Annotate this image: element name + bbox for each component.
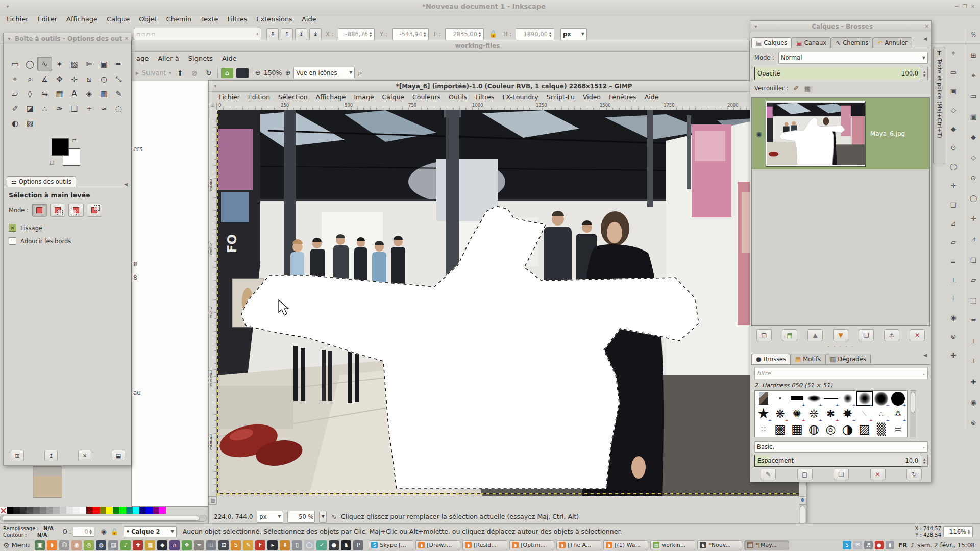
layer-mode-combo[interactable]: Normal▼ — [778, 52, 928, 64]
app-calculator[interactable]: ⊞ — [218, 540, 229, 550]
tool-options-tab[interactable]: ⚍ Options des outils — [7, 176, 76, 187]
tool-gradient[interactable]: ▥ — [96, 86, 111, 101]
collapse-icon[interactable]: ◀ — [923, 353, 927, 358]
app-files[interactable]: ▤ — [108, 540, 118, 550]
palette-color[interactable] — [60, 507, 66, 514]
snap-button[interactable]: ✚ — [967, 375, 979, 388]
brush-strokes[interactable] — [890, 421, 906, 437]
palette-color[interactable] — [119, 507, 126, 514]
menu-item[interactable]: Objet — [134, 14, 161, 24]
close-icon[interactable]: ✕ — [122, 36, 131, 41]
brush-hardness-025[interactable] — [839, 391, 856, 406]
app-filezilla[interactable]: F — [255, 540, 265, 550]
collapse-icon[interactable]: ◀ — [923, 36, 927, 41]
home-icon[interactable]: ⌂ — [221, 68, 233, 78]
tab-annuler[interactable]: ↶ Annuler — [873, 37, 912, 48]
app-package[interactable]: ⬇ — [280, 540, 290, 550]
tool-foreground-select[interactable]: ▣ — [96, 57, 111, 71]
brush-scatter[interactable] — [890, 406, 906, 421]
tool-ellipse-select[interactable]: ◯ — [22, 57, 37, 71]
lower-button[interactable]: ↧ — [295, 28, 307, 40]
screen-icon[interactable] — [236, 68, 249, 78]
tool-cage-transform[interactable]: ▦ — [52, 86, 67, 101]
tool-free-select[interactable]: ∿ — [37, 57, 52, 71]
brush-hardness-100[interactable] — [890, 391, 906, 406]
anchor-layer-button[interactable]: ⚓ — [884, 329, 899, 341]
snap-button[interactable]: ◆ — [967, 131, 979, 143]
brush-rough-1[interactable] — [805, 421, 822, 437]
tab-close-button[interactable]: ✕ — [78, 450, 91, 461]
file-label[interactable]: au — [133, 389, 141, 396]
edit-brush-button[interactable]: ✎ — [761, 469, 776, 480]
foreground-color-swatch[interactable] — [52, 138, 69, 156]
tool-eraser[interactable]: ◪ — [22, 101, 37, 116]
dialog-icon-button[interactable]: ◉ — [947, 311, 960, 323]
spacing-slider[interactable]: Espacement 10,0 — [754, 455, 921, 467]
tool-heal[interactable]: ＋ — [82, 101, 96, 116]
tab-chemins[interactable]: ∿ Chemins — [831, 37, 873, 48]
brush-group-combo[interactable]: Basic,⌄ — [754, 441, 928, 453]
menu-item[interactable]: Texte — [196, 14, 223, 24]
menu-icon[interactable]: ⚙ — [3, 541, 10, 549]
palette-scrollbar[interactable] — [0, 515, 207, 522]
dialog-icon-button[interactable]: ⊥ — [947, 273, 960, 286]
tool-crop[interactable]: ⧅ — [82, 71, 96, 86]
app-p[interactable]: P — [353, 540, 363, 550]
duplicate-brush-button[interactable]: ❏ — [834, 469, 849, 480]
window-menu-icon[interactable]: ▾ — [750, 23, 762, 29]
collapse-icon[interactable]: ◀ — [124, 182, 128, 187]
snap-button[interactable]: ✛ — [967, 212, 979, 224]
task-firefox-2[interactable]: ◗ [Résid... — [462, 540, 507, 550]
tool-pencil[interactable]: ✎ — [111, 86, 126, 101]
palette-color[interactable] — [113, 507, 119, 514]
new-layer-button[interactable]: ▢ — [756, 329, 772, 341]
mode-add-button[interactable] — [50, 204, 65, 217]
menu-item[interactable]: Chemin — [161, 14, 196, 24]
view-mode-combo[interactable]: Vue en icônes▼ — [293, 67, 355, 79]
stroke-value[interactable]: N/A — [37, 532, 47, 538]
minimize-button[interactable]: ─ — [952, 4, 961, 9]
menu-item[interactable]: FX-Foundry — [498, 92, 542, 102]
brush-cells-2[interactable] — [789, 421, 805, 437]
tool-move[interactable]: ✥ — [52, 71, 67, 86]
mode-subtract-button[interactable] — [68, 204, 84, 217]
brush-pixel[interactable] — [772, 391, 789, 406]
close-icon[interactable]: ✕ — [923, 23, 931, 29]
dialog-icon-button[interactable]: ✛ — [947, 179, 960, 191]
app-tools[interactable]: ✚ — [133, 540, 143, 550]
app-world[interactable]: ◍ — [96, 540, 106, 550]
palette-color[interactable] — [40, 507, 46, 514]
palette-color[interactable] — [66, 507, 73, 514]
menu-item[interactable]: Calque — [102, 14, 134, 24]
opacity-slider[interactable]: Opacité 100,0 — [754, 67, 921, 80]
app-clock[interactable]: ✓ — [316, 540, 327, 550]
tool-scissors-select[interactable]: ✄ — [82, 57, 96, 71]
tool-flip[interactable]: ⇋ — [37, 86, 52, 101]
new-brush-button[interactable]: ▢ — [797, 469, 813, 480]
menu-item[interactable]: Filtres — [471, 92, 498, 102]
menu-item[interactable]: Affichage — [62, 14, 102, 24]
tab-canaux[interactable]: ▤ Canaux — [792, 37, 831, 48]
back-button[interactable]: Suivant — [142, 69, 166, 77]
app-unity[interactable]: ◆ — [157, 540, 167, 550]
app-drive[interactable]: ▯ — [292, 540, 302, 550]
palette-color[interactable] — [33, 507, 40, 514]
app-ghost[interactable]: ☺ — [59, 540, 69, 550]
layer-thumbnail[interactable] — [766, 101, 865, 166]
tab-raise-button[interactable]: ↥ — [44, 450, 58, 461]
fill-value[interactable]: N/A — [43, 525, 54, 531]
snap-button[interactable]: ⊞ — [967, 49, 979, 61]
file-label[interactable]: 8 — [133, 274, 137, 281]
lower-to-bottom-button[interactable]: ↡ — [309, 28, 322, 40]
mode-intersect-button[interactable] — [87, 204, 102, 217]
snap-button[interactable]: ◇ — [967, 151, 979, 163]
tool-zoom[interactable]: ⌕ — [22, 71, 37, 86]
menu-item[interactable]: Image — [350, 92, 378, 102]
palette-color[interactable] — [53, 507, 60, 514]
palette-color[interactable] — [106, 507, 113, 514]
app-inkscape[interactable]: ♞ — [341, 540, 351, 550]
tool-scale[interactable]: ⤡ — [111, 71, 126, 86]
task-firefox-5[interactable]: ◗ [(1) Wa... — [603, 540, 648, 550]
reload-icon[interactable]: ↻ — [203, 69, 214, 77]
dialog-icon-button[interactable]: ⌖ — [947, 47, 960, 59]
